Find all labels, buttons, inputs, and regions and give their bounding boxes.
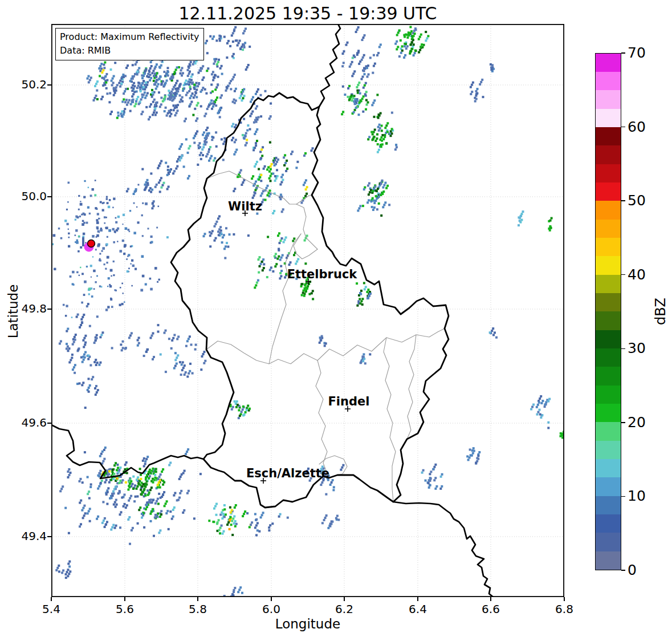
clutter-ring-pixel <box>80 203 83 206</box>
echo-pixel <box>280 270 283 272</box>
echo-pixel <box>209 231 211 233</box>
district-border-line <box>384 338 396 502</box>
echo-pixel <box>211 230 214 232</box>
echo-pixel <box>180 374 182 376</box>
echo-pixel <box>400 39 402 42</box>
echo-pixel <box>176 338 178 340</box>
echo-pixel <box>229 506 231 509</box>
echo-pixel <box>363 95 365 98</box>
echo-pixel <box>209 234 211 237</box>
x-tick-mark <box>417 597 418 601</box>
echo-pixel <box>359 298 361 300</box>
echo-pixel <box>163 182 165 184</box>
echo-pixel <box>173 170 176 172</box>
echo-pixel <box>434 464 437 466</box>
echo-pixel <box>475 98 478 100</box>
luxembourg-border-line <box>171 93 449 508</box>
echo-pixel <box>112 524 115 526</box>
echo-pixel <box>127 64 129 67</box>
echo-pixel <box>252 149 255 151</box>
echo-pixel <box>87 512 89 514</box>
y-tick-mark <box>47 423 51 423</box>
echo-pixel <box>254 189 256 191</box>
clutter-ring-pixel <box>78 250 80 253</box>
clutter-ring-pixel <box>96 219 98 221</box>
echo-pixel <box>227 246 229 248</box>
colorbar-step <box>596 404 621 422</box>
echo-pixel <box>218 519 220 521</box>
echo-pixel <box>368 136 370 138</box>
echo-pixel <box>137 82 140 84</box>
external-border-line <box>51 425 203 478</box>
echo-pixel <box>374 200 377 202</box>
echo-pixel <box>231 509 233 512</box>
echo-pixel <box>522 210 524 213</box>
echo-pixel <box>157 167 159 169</box>
clutter-ring-pixel <box>124 245 126 248</box>
echo-pixel <box>177 336 180 338</box>
echo-pixel <box>355 31 357 33</box>
echo-pixel <box>429 473 431 475</box>
echo-pixel <box>175 68 177 71</box>
clutter-ring-pixel <box>124 301 125 303</box>
clutter-ring-pixel <box>157 281 158 283</box>
echo-pixel <box>172 516 174 518</box>
echo-pixel <box>192 82 194 84</box>
echo-pixel <box>206 40 208 42</box>
echo-pixel <box>226 524 229 526</box>
echo-pixel <box>274 159 276 161</box>
echo-pixel <box>142 483 144 485</box>
echo-pixel <box>97 516 99 518</box>
echo-pixel <box>77 348 79 351</box>
echo-pixel <box>141 111 144 113</box>
district-borders <box>206 171 445 502</box>
echo-pixel <box>396 34 398 36</box>
echo-pixel <box>165 371 167 373</box>
echo-pixel <box>311 292 313 294</box>
echo-pixel <box>115 499 117 501</box>
echo-pixel <box>359 205 361 207</box>
country-borders <box>51 24 495 597</box>
clutter-ring-pixel <box>105 268 107 270</box>
clutter-ring-pixel <box>142 202 144 204</box>
echo-pixel <box>372 102 374 104</box>
echo-pixel <box>159 179 161 181</box>
echo-pixel <box>425 31 427 33</box>
clutter-ring-pixel <box>106 244 108 246</box>
echo-pixel <box>285 237 287 239</box>
echo-pixel <box>305 286 307 289</box>
echo-pixel <box>104 84 106 86</box>
echo-pixel <box>115 90 117 92</box>
echo-pixel <box>164 84 166 86</box>
echo-pixel <box>396 146 398 148</box>
echo-pixel <box>99 455 101 457</box>
echo-pixel <box>169 462 172 464</box>
echo-pixel <box>88 378 90 380</box>
clutter-ring-pixel <box>84 213 86 216</box>
echo-pixel <box>219 39 221 42</box>
echo-pixel <box>172 75 174 78</box>
echo-pixel <box>160 177 162 179</box>
echo-pixel <box>281 237 283 240</box>
echo-pixel <box>150 172 152 175</box>
echo-pixel <box>67 476 70 478</box>
echo-pixel <box>243 118 245 120</box>
clutter-ring-pixel <box>125 228 128 230</box>
echo-pixel <box>170 78 173 80</box>
echo-pixel <box>349 97 352 99</box>
clutter-ring-pixel <box>104 222 105 224</box>
echo-pixel <box>273 210 275 212</box>
echo-pixel <box>84 342 87 344</box>
echo-pixel <box>360 300 363 302</box>
clutter-ring-pixel <box>135 268 137 270</box>
echo-pixel <box>146 504 148 506</box>
echo-pixel <box>263 267 265 269</box>
echo-pixel <box>166 188 169 190</box>
echo-pixel <box>373 188 375 190</box>
echo-pixel <box>247 405 249 407</box>
echo-pixel <box>362 205 364 207</box>
x-tick-mark <box>271 597 271 601</box>
echo-pixel <box>368 182 370 185</box>
echo-pixel <box>234 506 236 509</box>
echo-pixel <box>154 502 157 505</box>
